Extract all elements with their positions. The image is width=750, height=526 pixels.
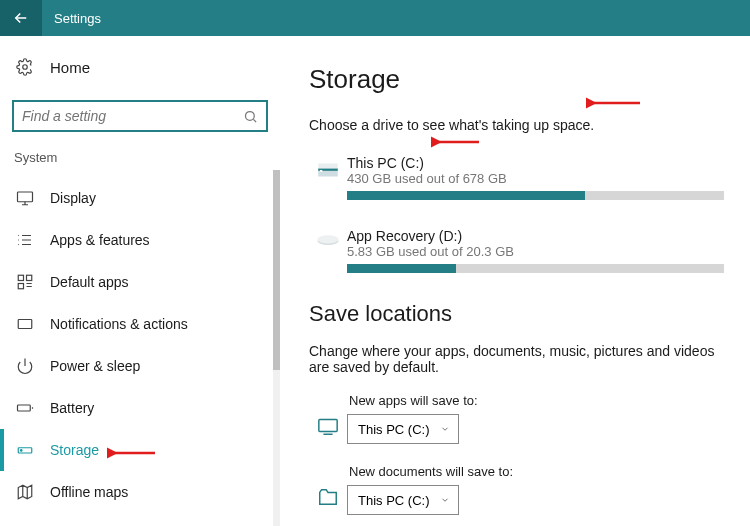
sidebar-item-storage[interactable]: Storage: [0, 429, 280, 471]
svg-rect-7: [18, 405, 31, 411]
sidebar-item-notifications[interactable]: Notifications & actions: [0, 303, 280, 345]
titlebar-title: Settings: [54, 11, 101, 26]
apps-icon: [309, 393, 347, 444]
sidebar-item-label: Default apps: [50, 274, 129, 290]
svg-rect-12: [318, 164, 338, 169]
drive-icon: [309, 228, 347, 273]
save-locations-heading: Save locations: [309, 301, 724, 327]
save-row-documents: New documents will save to: This PC (C:): [309, 464, 724, 515]
search-field[interactable]: [22, 108, 243, 124]
home-button[interactable]: Home: [0, 46, 280, 88]
gear-icon: [14, 58, 36, 76]
sidebar-item-label: Offline maps: [50, 484, 128, 500]
drive-used-text: 5.83 GB used out of 20.3 GB: [347, 244, 724, 259]
drive-used-text: 430 GB used out of 678 GB: [347, 171, 724, 186]
svg-point-9: [21, 450, 23, 452]
home-label: Home: [50, 59, 90, 76]
svg-rect-16: [319, 420, 337, 432]
save-locations-desc: Change where your apps, documents, music…: [309, 343, 724, 375]
sidebar-item-label: Apps & features: [50, 232, 150, 248]
storage-icon: [14, 441, 36, 459]
back-arrow-icon: [12, 9, 30, 27]
sidebar: Home System Display Apps & features Defa…: [0, 36, 283, 526]
sidebar-item-label: Battery: [50, 400, 94, 416]
drive-bar: [347, 191, 724, 200]
dropdown-value: This PC (C:): [358, 422, 430, 437]
titlebar: Settings: [0, 0, 750, 36]
svg-rect-3: [18, 275, 23, 280]
svg-point-1: [246, 111, 255, 120]
search-input[interactable]: [12, 100, 268, 132]
svg-rect-2: [18, 192, 33, 202]
save-label: New apps will save to:: [349, 393, 724, 408]
drive-bar: [347, 264, 724, 273]
display-icon: [14, 189, 36, 207]
svg-point-15: [317, 235, 338, 243]
main-content: Storage Choose a drive to see what's tak…: [283, 36, 750, 526]
svg-point-0: [23, 65, 28, 70]
page-title: Storage: [309, 64, 724, 95]
storage-subtext: Choose a drive to see what's taking up s…: [309, 117, 724, 133]
section-label: System: [0, 150, 280, 165]
grid-icon: [14, 273, 36, 291]
sidebar-item-offline-maps[interactable]: Offline maps: [0, 471, 280, 513]
search-icon: [243, 109, 258, 124]
sidebar-item-label: Power & sleep: [50, 358, 140, 374]
sidebar-scrollbar[interactable]: [273, 170, 280, 526]
sidebar-item-display[interactable]: Display: [0, 177, 280, 219]
chevron-down-icon: [440, 493, 450, 508]
drive-name: App Recovery (D:): [347, 228, 724, 244]
drive-name: This PC (C:): [347, 155, 724, 171]
sidebar-item-label: Notifications & actions: [50, 316, 188, 332]
list-icon: [14, 231, 36, 249]
svg-rect-6: [18, 320, 32, 329]
documents-icon: [309, 464, 347, 515]
power-icon: [14, 357, 36, 375]
drive-icon: [309, 155, 347, 200]
sidebar-item-battery[interactable]: Battery: [0, 387, 280, 429]
sidebar-item-default-apps[interactable]: Default apps: [0, 261, 280, 303]
save-label: New documents will save to:: [349, 464, 724, 479]
sidebar-item-label: Display: [50, 190, 96, 206]
apps-location-dropdown[interactable]: This PC (C:): [347, 414, 459, 444]
save-row-apps: New apps will save to: This PC (C:): [309, 393, 724, 444]
drive-row-d[interactable]: App Recovery (D:) 5.83 GB used out of 20…: [309, 228, 724, 273]
documents-location-dropdown[interactable]: This PC (C:): [347, 485, 459, 515]
svg-rect-5: [18, 284, 23, 289]
sidebar-item-apps-features[interactable]: Apps & features: [0, 219, 280, 261]
scrollbar-thumb[interactable]: [273, 170, 280, 370]
sidebar-item-label: Storage: [50, 442, 99, 458]
svg-rect-4: [27, 275, 32, 280]
chevron-down-icon: [440, 422, 450, 437]
sidebar-item-power-sleep[interactable]: Power & sleep: [0, 345, 280, 387]
battery-icon: [14, 399, 36, 417]
map-icon: [14, 483, 36, 501]
notification-icon: [14, 315, 36, 333]
drive-row-c[interactable]: This PC (C:) 430 GB used out of 678 GB: [309, 155, 724, 200]
dropdown-value: This PC (C:): [358, 493, 430, 508]
back-button[interactable]: [0, 0, 42, 36]
svg-rect-13: [320, 170, 322, 172]
